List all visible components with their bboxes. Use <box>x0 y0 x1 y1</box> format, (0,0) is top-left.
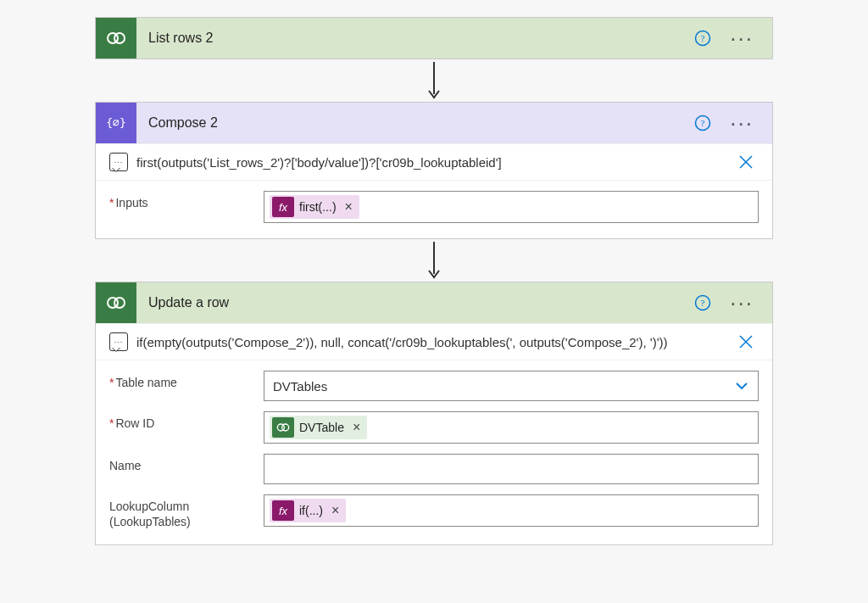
flow-arrow <box>95 59 773 102</box>
comment-row: ··· if(empty(outputs('Compose_2')), null… <box>96 323 772 360</box>
comment-text: if(empty(outputs('Compose_2')), null, co… <box>136 335 730 349</box>
svg-text:?: ? <box>701 33 705 43</box>
token-label: first(...) <box>299 200 337 214</box>
action-card-list-rows-2: List rows 2 ? ··· <box>95 17 773 59</box>
dataverse-icon <box>96 18 136 59</box>
selected-value: DVTables <box>273 379 327 394</box>
card-header[interactable]: Update a row ? ··· <box>96 282 772 323</box>
dynamic-token[interactable]: DVTable × <box>270 416 367 439</box>
card-body: *Inputs fx first(...) × <box>96 180 772 238</box>
comment-row: ··· first(outputs('List_rows_2')?['body/… <box>96 143 772 180</box>
comment-icon: ··· <box>109 332 128 351</box>
card-title: Update a row <box>136 295 694 310</box>
field-table-name: *Table name DVTables <box>109 371 759 401</box>
card-header[interactable]: List rows 2 ? ··· <box>96 18 772 59</box>
card-body: *Table name DVTables *Row ID DVTable <box>96 360 772 544</box>
field-label: *Row ID <box>109 411 253 432</box>
close-icon[interactable] <box>738 334 759 349</box>
fx-icon: fx <box>272 197 294 217</box>
comment-text: first(outputs('List_rows_2')?['body/valu… <box>136 155 730 170</box>
field-lookup-column: LookupColumn (LookupTables) fx if(...) × <box>109 494 759 529</box>
field-name: Name <box>109 454 759 484</box>
action-card-compose-2: {∅} Compose 2 ? ··· ··· first(outputs('L… <box>95 102 773 239</box>
field-label: LookupColumn (LookupTables) <box>109 494 253 529</box>
name-input[interactable] <box>264 454 759 484</box>
svg-point-1 <box>114 33 125 43</box>
remove-token-icon[interactable]: × <box>328 503 339 518</box>
field-row-id: *Row ID DVTable × <box>109 411 759 444</box>
lookup-column-value[interactable]: fx if(...) × <box>264 494 759 527</box>
chevron-down-icon <box>734 378 749 394</box>
help-icon[interactable]: ? <box>694 294 715 311</box>
remove-token-icon[interactable]: × <box>342 199 353 215</box>
field-label: *Inputs <box>109 191 253 211</box>
ellipsis-icon[interactable]: ··· <box>726 120 757 126</box>
svg-point-12 <box>114 298 125 308</box>
help-icon[interactable]: ? <box>694 114 715 131</box>
ellipsis-icon[interactable]: ··· <box>726 300 757 305</box>
expression-token[interactable]: fx if(...) × <box>270 499 346 522</box>
help-icon[interactable]: ? <box>694 30 715 47</box>
expression-token[interactable]: fx first(...) × <box>270 195 359 219</box>
svg-text:{∅}: {∅} <box>106 116 125 129</box>
svg-point-18 <box>282 424 289 431</box>
token-label: DVTable <box>299 421 344 434</box>
inputs-value[interactable]: fx first(...) × <box>264 191 759 223</box>
ellipsis-icon[interactable]: ··· <box>726 36 757 41</box>
compose-icon: {∅} <box>96 103 136 143</box>
field-label: Name <box>109 454 253 474</box>
field-label: *Table name <box>109 371 253 391</box>
action-card-update-a-row: Update a row ? ··· ··· if(empty(outputs(… <box>95 282 773 545</box>
dataverse-icon <box>96 282 136 323</box>
fx-icon: fx <box>272 500 294 521</box>
close-icon[interactable] <box>738 154 759 170</box>
dataverse-token-icon <box>272 417 294 438</box>
token-label: if(...) <box>299 504 323 517</box>
table-name-select[interactable]: DVTables <box>264 371 759 401</box>
row-id-value[interactable]: DVTable × <box>264 411 759 444</box>
remove-token-icon[interactable]: × <box>349 420 360 435</box>
svg-text:?: ? <box>701 298 705 308</box>
card-title: Compose 2 <box>136 115 694 131</box>
comment-icon: ··· <box>109 153 128 171</box>
flow-arrow <box>95 239 773 282</box>
svg-text:?: ? <box>701 118 705 128</box>
field-inputs: *Inputs fx first(...) × <box>109 191 759 223</box>
card-title: List rows 2 <box>136 31 694 46</box>
card-header[interactable]: {∅} Compose 2 ? ··· <box>96 103 772 143</box>
